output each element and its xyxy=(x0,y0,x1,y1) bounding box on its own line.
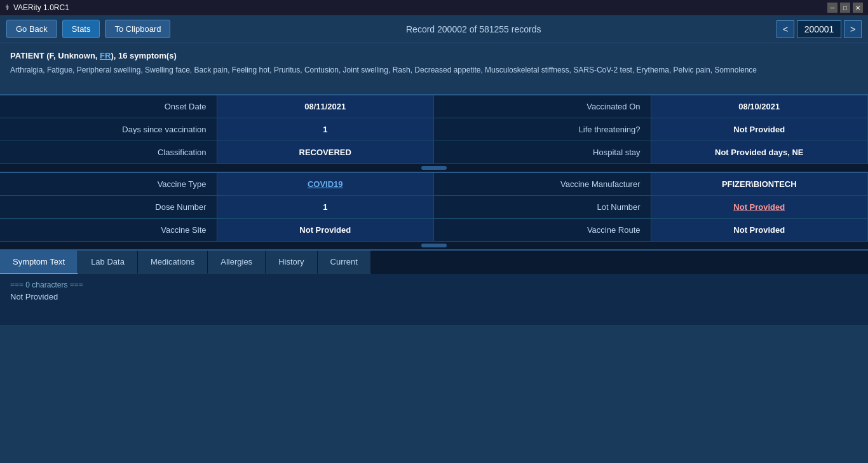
close-button[interactable]: ✕ xyxy=(853,3,863,13)
clinical-label: Onset Date xyxy=(0,95,217,118)
tab-allergies[interactable]: Allergies xyxy=(208,251,266,274)
go-back-button[interactable]: Go Back xyxy=(6,20,57,38)
patient-lang-link[interactable]: FR xyxy=(100,51,111,60)
clinical-value: 1 xyxy=(217,118,435,141)
nav-input[interactable] xyxy=(797,20,841,38)
nav-next-button[interactable]: > xyxy=(844,20,862,38)
clinical-label: Vaccinated On xyxy=(434,95,651,118)
vaccine-section: Vaccine TypeCOVID19Vaccine ManufacturerP… xyxy=(0,172,868,242)
vaccine-value[interactable]: COVID19 xyxy=(217,173,435,196)
tab-medications[interactable]: Medications xyxy=(138,251,208,274)
clinical-value: RECOVERED xyxy=(217,141,435,164)
patient-header: PATIENT (F, Unknown, FR), 16 symptom(s) … xyxy=(0,43,868,94)
vaccine-label: Vaccine Type xyxy=(0,173,217,196)
clinical-label: Days since vaccination xyxy=(0,118,217,141)
clinical-value: 08/11/2021 xyxy=(217,95,435,118)
vaccine-value: PFIZER\BIONTECH xyxy=(651,173,869,196)
tab-history[interactable]: History xyxy=(266,251,317,274)
vaccine-label: Lot Number xyxy=(434,196,651,219)
stats-button[interactable]: Stats xyxy=(62,20,100,38)
vaccine-label: Vaccine Site xyxy=(0,219,217,242)
divider-handle-1 xyxy=(421,166,447,170)
title-bar: ⚕ VAERity 1.0RC1 ─ □ ✕ xyxy=(0,0,868,15)
tab-current[interactable]: Current xyxy=(318,251,371,274)
divider-handle-2 xyxy=(421,244,447,247)
vaccine-label: Dose Number xyxy=(0,196,217,219)
patient-symptoms: Arthralgia, Fatigue, Peripheral swelling… xyxy=(10,64,858,76)
divider-2[interactable] xyxy=(0,242,868,249)
tab-lab-data[interactable]: Lab Data xyxy=(78,251,138,274)
record-info: Record 200002 of 581255 records xyxy=(175,24,771,34)
char-count: === 0 characters === xyxy=(10,280,858,289)
clinical-grid: Onset Date08/11/2021Vaccinated On08/10/2… xyxy=(0,95,868,164)
maximize-button[interactable]: □ xyxy=(840,3,850,13)
clinical-label: Life threatening? xyxy=(434,118,651,141)
vaccine-label: Vaccine Route xyxy=(434,219,651,242)
vaccine-value: Not Provided xyxy=(217,219,435,242)
vaccine-value: Not Provided xyxy=(651,219,869,242)
title-bar-left: ⚕ VAERity 1.0RC1 xyxy=(5,3,69,12)
vaccine-grid: Vaccine TypeCOVID19Vaccine ManufacturerP… xyxy=(0,173,868,242)
clinical-label: Classification xyxy=(0,141,217,164)
tabs-bar: Symptom TextLab DataMedicationsAllergies… xyxy=(0,249,868,274)
content-area: === 0 characters === Not Provided xyxy=(0,274,868,325)
nav-prev-button[interactable]: < xyxy=(776,20,794,38)
to-clipboard-button[interactable]: To Clipboard xyxy=(105,20,170,38)
app-title: VAERity 1.0RC1 xyxy=(13,3,69,12)
app-icon: ⚕ xyxy=(5,3,10,12)
clinical-value: Not Provided days, NE xyxy=(651,141,869,164)
minimize-button[interactable]: ─ xyxy=(827,3,837,13)
nav-controls: < > xyxy=(776,20,862,38)
clinical-label: Hospital stay xyxy=(434,141,651,164)
toolbar: Go Back Stats To Clipboard Record 200002… xyxy=(0,15,868,43)
divider-1[interactable] xyxy=(0,164,868,172)
content-text: Not Provided xyxy=(10,292,858,301)
vaccine-label: Vaccine Manufacturer xyxy=(434,173,651,196)
clinical-value: 08/10/2021 xyxy=(651,95,869,118)
vaccine-value: 1 xyxy=(217,196,435,219)
patient-title: PATIENT (F, Unknown, FR), 16 symptom(s) xyxy=(10,51,858,60)
clinical-section: Onset Date08/11/2021Vaccinated On08/10/2… xyxy=(0,94,868,164)
tab-symptom-text[interactable]: Symptom Text xyxy=(0,251,78,274)
vaccine-value[interactable]: Not Provided xyxy=(651,196,869,219)
title-bar-controls: ─ □ ✕ xyxy=(827,3,863,13)
clinical-value: Not Provided xyxy=(651,118,869,141)
